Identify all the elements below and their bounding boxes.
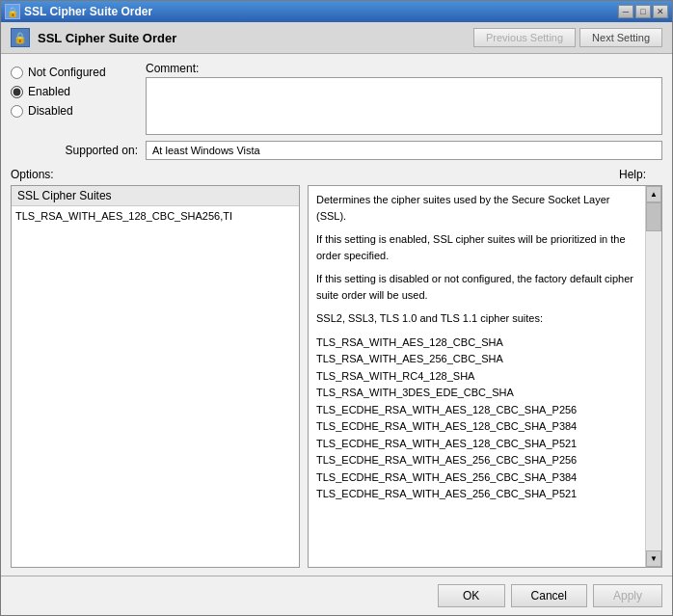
cipher-list-item: TLS_ECDHE_RSA_WITH_AES_256_CBC_SHA_P384 xyxy=(316,469,640,486)
radio-section: Not Configured Enabled Disabled xyxy=(11,62,146,135)
help-text: Determines the cipher suites used by the… xyxy=(309,186,661,567)
supported-row: Supported on: At least Windows Vista xyxy=(11,141,662,160)
cancel-button[interactable]: Cancel xyxy=(511,584,587,607)
cipher-list-item: TLS_RSA_WITH_AES_128_CBC_SHA xyxy=(316,335,640,351)
cipher-value: TLS_RSA_WITH_AES_128_CBC_SHA256,TI xyxy=(15,210,295,222)
help-para-1: Determines the cipher suites used by the… xyxy=(316,192,640,224)
title-bar-buttons: ─ □ ✕ xyxy=(618,5,668,18)
panel-header: SSL Cipher Suites xyxy=(12,186,299,206)
cipher-list-item: TLS_RSA_WITH_3DES_EDE_CBC_SHA xyxy=(316,385,640,401)
cipher-list-item: TLS_ECDHE_RSA_WITH_AES_128_CBC_SHA_P256 xyxy=(316,402,640,418)
left-panel: SSL Cipher Suites TLS_RSA_WITH_AES_128_C… xyxy=(11,185,300,568)
help-para-4: SSL2, SSL3, TLS 1.0 and TLS 1.1 cipher s… xyxy=(316,310,640,327)
scroll-track xyxy=(646,202,661,550)
help-scrollbar[interactable]: ▲ ▼ xyxy=(645,186,661,567)
cipher-list-item: TLS_ECDHE_RSA_WITH_AES_256_CBC_SHA_P521 xyxy=(316,486,640,502)
help-para-2: If this setting is enabled, SSL cipher s… xyxy=(316,231,640,263)
close-button[interactable]: ✕ xyxy=(653,5,668,18)
cipher-list-item: TLS_RSA_WITH_AES_256_CBC_SHA xyxy=(316,351,640,367)
top-section: Not Configured Enabled Disabled Comment: xyxy=(11,62,662,135)
title-bar-left: 🔒 SSL Cipher Suite Order xyxy=(5,4,152,19)
panel-content[interactable]: TLS_RSA_WITH_AES_128_CBC_SHA256,TI xyxy=(12,206,299,567)
enabled-option[interactable]: Enabled xyxy=(11,85,146,98)
not-configured-radio[interactable] xyxy=(11,67,23,79)
cipher-list-item: TLS_RSA_WITH_RC4_128_SHA xyxy=(316,368,640,385)
scroll-up-arrow[interactable]: ▲ xyxy=(646,186,661,202)
help-para-3: If this setting is disabled or not confi… xyxy=(316,271,640,303)
comment-section: Comment: xyxy=(146,62,662,135)
comment-textarea[interactable] xyxy=(146,77,662,135)
title-bar: 🔒 SSL Cipher Suite Order ─ □ ✕ xyxy=(1,1,672,22)
cipher-list: TLS_RSA_WITH_AES_128_CBC_SHATLS_RSA_WITH… xyxy=(316,335,640,502)
not-configured-label: Not Configured xyxy=(28,66,106,79)
header-left: 🔒 SSL Cipher Suite Order xyxy=(11,28,176,47)
disabled-radio[interactable] xyxy=(11,105,23,118)
header-title: SSL Cipher Suite Order xyxy=(38,31,176,45)
supported-value: At least Windows Vista xyxy=(146,141,662,160)
cipher-list-item: TLS_ECDHE_RSA_WITH_AES_256_CBC_SHA_P256 xyxy=(316,452,640,469)
prev-setting-button[interactable]: Previous Setting xyxy=(473,28,576,47)
enabled-label: Enabled xyxy=(28,85,70,98)
minimize-button[interactable]: ─ xyxy=(618,5,633,18)
enabled-radio[interactable] xyxy=(11,86,23,98)
comment-label: Comment: xyxy=(146,62,662,75)
main-panels: SSL Cipher Suites TLS_RSA_WITH_AES_128_C… xyxy=(11,185,662,568)
window-title: SSL Cipher Suite Order xyxy=(24,5,152,18)
disabled-label: Disabled xyxy=(28,104,73,118)
maximize-button[interactable]: □ xyxy=(635,5,651,18)
next-setting-button[interactable]: Next Setting xyxy=(579,28,662,47)
scroll-thumb[interactable] xyxy=(646,202,661,231)
supported-label: Supported on: xyxy=(11,144,146,157)
cipher-list-item: TLS_ECDHE_RSA_WITH_AES_128_CBC_SHA_P384 xyxy=(316,418,640,435)
disabled-option[interactable]: Disabled xyxy=(11,104,146,118)
right-panel: Determines the cipher suites used by the… xyxy=(308,185,662,568)
not-configured-option[interactable]: Not Configured xyxy=(11,66,146,79)
main-window: 🔒 SSL Cipher Suite Order ─ □ ✕ 🔒 SSL Cip… xyxy=(0,0,673,616)
supported-text: At least Windows Vista xyxy=(152,145,260,156)
header-icon: 🔒 xyxy=(11,28,30,47)
ok-button[interactable]: OK xyxy=(438,584,505,607)
options-help-labels: Options: Help: xyxy=(11,168,662,181)
scroll-down-arrow[interactable]: ▼ xyxy=(646,550,661,567)
footer-bar: OK Cancel Apply xyxy=(1,576,672,615)
apply-button[interactable]: Apply xyxy=(593,584,662,607)
cipher-list-item: TLS_ECDHE_RSA_WITH_AES_128_CBC_SHA_P521 xyxy=(316,436,640,452)
options-label: Options: xyxy=(11,168,54,181)
window-icon: 🔒 xyxy=(5,4,20,19)
header-nav: Previous Setting Next Setting xyxy=(473,28,662,47)
header-bar: 🔒 SSL Cipher Suite Order Previous Settin… xyxy=(1,22,672,54)
help-label: Help: xyxy=(619,168,646,181)
content-area: Not Configured Enabled Disabled Comment:… xyxy=(1,54,672,576)
